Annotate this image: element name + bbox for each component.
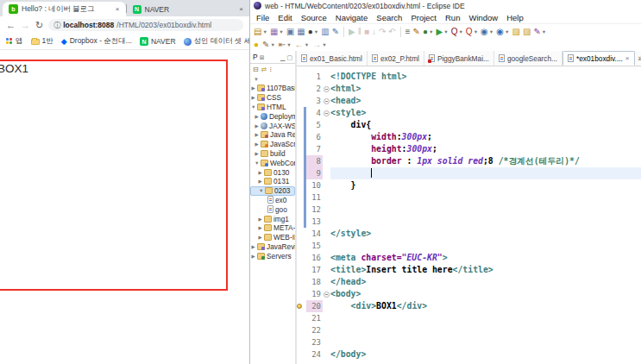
tab-close-icon[interactable]: ×	[625, 54, 630, 62]
code-line[interactable]: 3<head>	[297, 95, 641, 107]
code-line[interactable]: 1<!DOCTYPE html>	[297, 71, 641, 83]
minimize-icon[interactable]: ▁	[280, 54, 285, 60]
chevron-right-icon[interactable]: ▶	[258, 225, 262, 230]
menu-project[interactable]: Project	[411, 13, 437, 22]
chevron-right-icon[interactable]: ▶	[258, 217, 262, 222]
explorer-tab-label[interactable]: P	[253, 53, 258, 61]
editor-tab[interactable]: googleSearch...	[494, 51, 562, 66]
code-line[interactable]: 2<html>	[297, 83, 641, 95]
step-return-icon[interactable]: ↶	[387, 28, 396, 36]
chevron-right-icon[interactable]: ▶	[258, 235, 262, 240]
tree-item-1107basic[interactable]: ▶1107Basic	[250, 84, 295, 93]
dropdown-arrow-icon[interactable]: ▼	[429, 29, 433, 35]
magic-wand-icon[interactable]: ✎▼	[532, 28, 547, 36]
back-icon[interactable]: ←	[6, 21, 16, 30]
tree-item-webconte[interactable]: ▼WebConte	[250, 158, 295, 167]
code-line[interactable]: 19<body>	[297, 288, 641, 300]
dropdown-arrow-icon[interactable]: ▼	[314, 29, 318, 35]
code-line[interactable]: 21	[297, 312, 641, 324]
link-with-editor-icon[interactable]: ⇄	[261, 66, 267, 73]
explorer-close-icon[interactable]: ⊠	[260, 54, 265, 60]
menu-run[interactable]: Run	[445, 13, 460, 22]
code-line[interactable]: 12	[297, 204, 641, 216]
view-menu-icon[interactable]: ⁝	[269, 66, 272, 73]
tree-item-0131[interactable]: ▶0131	[250, 177, 295, 186]
maximize-icon[interactable]: ▢	[286, 54, 292, 60]
dropdown-arrow-icon[interactable]: ▼	[322, 42, 326, 47]
code-line[interactable]: 6 width:300px;	[297, 131, 641, 143]
tree-item-0130[interactable]: ▶0130	[250, 167, 295, 177]
debug-icon[interactable]: ●▼	[422, 28, 435, 36]
refresh-icon[interactable]: ↻	[35, 21, 43, 30]
code-line[interactable]: 23	[297, 336, 641, 348]
chevron-down-icon[interactable]: ▼	[259, 188, 263, 193]
menu-edit[interactable]: Edit	[278, 13, 292, 22]
browser-tab[interactable]: NNAVER×	[127, 2, 250, 16]
editor-tab[interactable]: ex02_P.html	[368, 51, 424, 66]
step-into-icon[interactable]: ↓	[371, 28, 377, 36]
tree-item-servers[interactable]: ▶Servers	[250, 251, 295, 260]
mark-occurrences-icon[interactable]: ✎	[412, 28, 421, 36]
tree-item-web-in[interactable]: ▶WEB-IN	[250, 233, 295, 242]
code-line[interactable]: 13	[297, 216, 641, 228]
web-services-icon[interactable]: ◉▼	[480, 28, 494, 36]
open-folder-a-icon[interactable]: ▨	[511, 28, 520, 36]
tab-close-icon[interactable]: ×	[116, 5, 120, 13]
dropdown-arrow-icon[interactable]: ▼	[474, 29, 478, 35]
open-console-icon[interactable]: ▥	[320, 28, 330, 36]
code-line[interactable]: 16<meta charset="EUC-KR">	[297, 252, 641, 264]
dropdown-arrow-icon[interactable]: ▼	[286, 42, 291, 47]
menu-window[interactable]: Window	[468, 13, 498, 22]
dropdown-arrow-icon[interactable]: ▼	[489, 29, 493, 35]
coverage-icon[interactable]: Q▼	[450, 28, 464, 36]
code-line[interactable]: 22	[297, 324, 641, 336]
tree-item-javascript[interactable]: ▶JavaScript	[250, 140, 295, 149]
chevron-right-icon[interactable]: ▶	[255, 123, 259, 129]
tree-item-css[interactable]: ▶CSS	[250, 93, 295, 103]
new-wizard-icon[interactable]: ▤▼	[253, 28, 268, 36]
terminate-icon[interactable]: ■	[363, 28, 370, 36]
menu-source[interactable]: Source	[301, 13, 327, 22]
tree-item-javareview[interactable]: ▶JavaReview	[250, 242, 295, 252]
chevron-right-icon[interactable]: ▶	[258, 179, 262, 184]
chevron-right-icon[interactable]: ▶	[251, 244, 255, 249]
save-all-icon[interactable]: ▦	[296, 28, 305, 36]
code-line[interactable]: 8 border : 1px solid red;8 /*경계선(테두리)*/	[297, 155, 641, 167]
code-line[interactable]: 4<style>	[297, 107, 641, 119]
code-line[interactable]: 24</body>	[297, 348, 641, 361]
dropdown-arrow-icon[interactable]: ▼	[305, 42, 309, 47]
tree-item-deployme[interactable]: ▶Deployme	[250, 111, 295, 121]
code-line[interactable]: 17<title>Insert title here</title>	[297, 264, 641, 276]
chevron-right-icon[interactable]: ▶	[255, 132, 259, 137]
menu-navigate[interactable]: Navigate	[336, 13, 368, 22]
browser-tab[interactable]: bHello? : 네이버 블로그×	[3, 2, 126, 16]
bookmark-item[interactable]: NNAVER	[140, 37, 176, 46]
forward-icon[interactable]: →	[21, 21, 30, 30]
menu-search[interactable]: Search	[376, 13, 402, 22]
dropdown-arrow-icon[interactable]: ▼	[262, 29, 267, 35]
fold-marker-icon[interactable]	[323, 83, 330, 95]
chevron-right-icon[interactable]: ▶	[255, 141, 259, 147]
editor-tab[interactable]: *ex01boxdiv....×	[562, 51, 634, 66]
back-icon[interactable]: ←▼	[294, 41, 310, 49]
user-profile-icon[interactable]: ●▼	[307, 28, 320, 36]
fold-marker-icon[interactable]	[323, 288, 330, 300]
dropdown-arrow-icon[interactable]: ▼	[270, 42, 274, 47]
save-icon[interactable]: ▣	[286, 28, 295, 36]
pin-editor-icon[interactable]: ✎	[331, 28, 340, 36]
suspend-icon[interactable]: ‖	[357, 28, 362, 36]
chevron-down-icon[interactable]: ▼	[255, 160, 259, 166]
run-icon[interactable]: ▶▼	[435, 28, 449, 36]
next-annotation-icon[interactable]: ✎▼	[261, 41, 276, 49]
code-editor[interactable]: 1<!DOCTYPE html>2<html>3<head>4<style>5 …	[297, 66, 641, 364]
chevron-right-icon[interactable]: ▶	[255, 151, 259, 156]
bookmark-item[interactable]: 1반	[31, 36, 53, 47]
tree-item-build[interactable]: ▶build	[250, 149, 295, 159]
tree-item-java-resou[interactable]: ▶Java Resou	[250, 130, 295, 140]
dropdown-arrow-icon[interactable]: ▼	[458, 29, 462, 35]
tree-item-html[interactable]: ▼HTML	[250, 103, 295, 112]
code-line[interactable]: 7 height:300px;	[297, 143, 641, 155]
code-line[interactable]: 14</style>	[297, 228, 641, 240]
editor-tab[interactable]: ex01_Basic.html	[297, 51, 368, 66]
dropdown-arrow-icon[interactable]: ▼	[279, 29, 283, 35]
